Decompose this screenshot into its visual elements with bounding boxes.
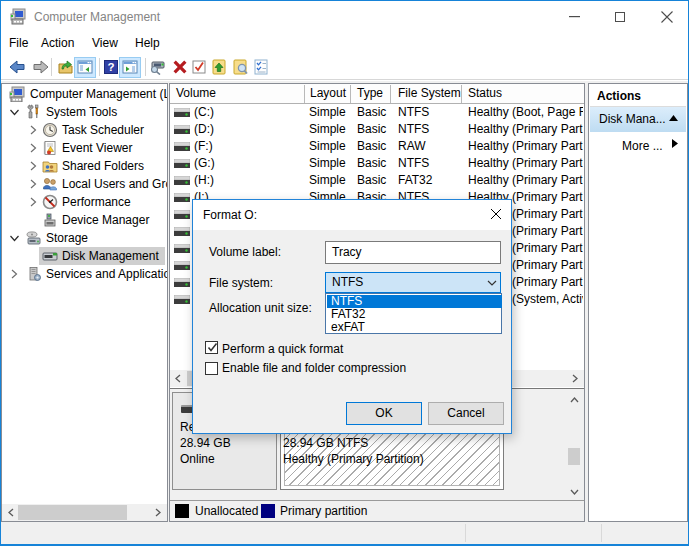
- svg-text:?: ?: [107, 61, 114, 73]
